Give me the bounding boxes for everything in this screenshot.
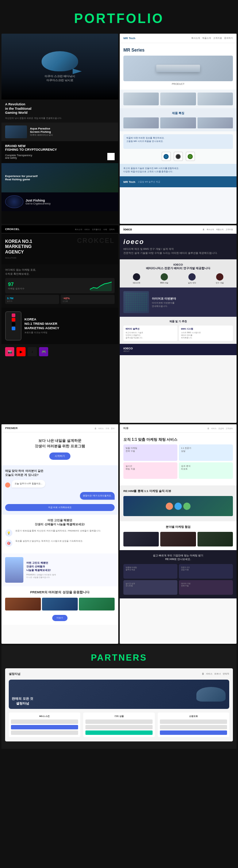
- ioeco-nav-item[interactable]: 고객지원: [226, 228, 233, 230]
- facebook-app-icon: [12, 327, 15, 330]
- partner-items-1: [11, 719, 78, 735]
- mr-bottom: 제품에 대한 자세한 정보를 확인하세요.고품질 MR 시리즈 제품을 만나보세…: [120, 131, 237, 164]
- ioeco-footer-logo: IOECO: [123, 347, 133, 350]
- avatar-1: [166, 503, 173, 510]
- ioeco-info-col-2: BMS 시스템 스마트 BMS 시스템으로배터리 관리를최적화합니다.: [179, 326, 233, 341]
- premer-features-title: 어떤 고민을 해봤던갓생리 선배들이 나눔을 해결해보세요!: [5, 518, 115, 526]
- mr-nav-item[interactable]: 제품소개: [202, 37, 211, 40]
- premer-chat-bubble-1: 오늘 업무가 너무 힘들어요...: [12, 480, 45, 488]
- tiktok-app-icon: [12, 322, 15, 326]
- mr-section-images: [123, 117, 233, 128]
- portfolio-header: PORTFOLIO: [0, 0, 238, 34]
- tiktok-icon: ♪: [28, 347, 37, 356]
- partner-cat-title-3: 쇼핑오토: [160, 715, 227, 718]
- premer-nav-item[interactable]: 서비스: [98, 427, 104, 429]
- market-brand-section: 분야별 마케팅 협업: [120, 521, 237, 550]
- crokcel-stat-box: 97 마케팅 성과 지수: [5, 278, 115, 293]
- mr-info-text: 최고의 품질과 기술로 만들어진 MR 시리즈를 경험하세요.다양한 제품 라인…: [123, 167, 233, 173]
- ioeco-header: ioeco 홈 회사소개 제품소개 고객지원: [120, 225, 237, 234]
- premer-person-title: 어떤 고민도 해봤던갓생리 선배들과나눔을 해결해보세요!: [26, 561, 115, 572]
- market-card-2: 1:1 전문가상담: [179, 444, 233, 461]
- market-nav-item[interactable]: 요금제: [218, 427, 224, 429]
- crypto-image: [5, 195, 23, 208]
- speed-card-3: 실시간 성과모니터링: [123, 580, 177, 595]
- crokcel-nav-item[interactable]: 회사소개: [75, 228, 82, 230]
- partners-nav-item[interactable]: 파트너: [214, 672, 221, 676]
- crokcel-social: 📷 ▶ ♪ 🎮: [1, 344, 118, 359]
- partner-item: [85, 730, 153, 735]
- ioeco-info-cols: 배터리 솔루션 최고의 배터리 기술로안전하고 효율적인솔루션을 제공합니다. …: [123, 326, 233, 341]
- crokcel-nav-item[interactable]: 서비스: [84, 228, 90, 230]
- market-nav-item[interactable]: 고객센터: [226, 427, 233, 429]
- mr-footer: MR Tech 고품질 MR 솔루션 제공: [120, 176, 237, 187]
- partner-item: [85, 719, 153, 724]
- mr-nav-item[interactable]: 문의하기: [224, 37, 233, 40]
- premer-feature-text-2: 목표를 설정하고 달성하는 체계적인 시스템으로 성장을 가속화하세요.: [15, 540, 83, 543]
- ioeco-feature-label-1: 배터리팩: [133, 282, 140, 284]
- ioeco-info-section: 제품 및 기 추천 배터리 솔루션 최고의 배터리 기술로안전하고 효율적인솔루…: [120, 317, 237, 344]
- ioeco-feature-2: BMS 개발: [151, 273, 177, 284]
- small-stat-label-2: 성장률: [62, 300, 113, 302]
- market-nav-item[interactable]: 서비스: [211, 427, 216, 429]
- small-stat-2: ↑42% 성장률: [61, 295, 115, 304]
- mr-nav: 회사소개 제품소개 고객지원 문의하기: [191, 37, 233, 40]
- ioeco-sub-section: IOECO배터리나믹스 전문가 배터리 연구개발 제공합니다 배터리팩 BMS …: [120, 259, 237, 288]
- premer-hero-title: 보다 나은 내일을 설계하문갓생이 여러분을 위한 프로그램: [5, 438, 115, 449]
- premer-features-section: 어떤 고민을 해봤던갓생리 선배들이 나눔을 해결해보세요! 💡 전문가 멘토링…: [1, 515, 118, 553]
- ioeco-feature-icon-3: [188, 273, 196, 281]
- ioeco-circuit-title: 아이어코 이번분야: [152, 297, 176, 301]
- ioeco-nav-item[interactable]: 홈: [203, 228, 204, 230]
- ioeco-nav-item[interactable]: 제품소개: [216, 228, 223, 230]
- mr-variant-2: [160, 93, 196, 105]
- premer-logo: PREMER: [5, 427, 18, 430]
- market-hero-title: 오직 1:1 맞춤 마케팅 채팅 서비스: [123, 437, 233, 442]
- brand-img-1: [123, 532, 159, 546]
- premer-nav-item[interactable]: 문의: [111, 427, 115, 429]
- crokcel-chart: [90, 280, 112, 291]
- premer-chat-cta[interactable]: 지금 바로 시작해보세요: [5, 504, 115, 511]
- mr-bottom-content: 제품에 대한 자세한 정보를 확인하세요.고품질 MR 시리즈 제품을 만나보세…: [123, 134, 233, 149]
- youtube-app-icon: [12, 318, 15, 322]
- ioeco-feature-icon-1: [133, 273, 140, 281]
- crokcel-trend-section: KOREANO.1 TREND MAKERMARKETING AGENCY 트렌…: [1, 308, 118, 344]
- experience-text: Experience for yourselfReal fishing game: [5, 174, 38, 181]
- gear-icon: [164, 154, 169, 159]
- ioeco-circuit-content: 아이어코 이번분야 아이어코에 이번분야를안내해드립니다.: [152, 297, 176, 308]
- partners-nav-item[interactable]: 연락처: [223, 672, 229, 676]
- premer-more-button[interactable]: 더보기: [52, 615, 68, 621]
- premer-person-content: 어떤 고민도 해봤던갓생리 선배들과나눔을 해결해보세요! PREMER의 선배…: [26, 561, 115, 579]
- ioeco-feature-label-4: 연구 개발: [216, 282, 223, 284]
- premer-chat-row-2: 괜찮아요! 제가 도와드릴게요.: [5, 492, 115, 502]
- mr-section-img-1: [123, 117, 159, 128]
- crokcel-nav-item[interactable]: 사례: [103, 228, 107, 230]
- premer-nav-item[interactable]: 가격: [105, 427, 109, 429]
- market-cards: 맞춤 마케팅전략 수립 1:1 전문가상담 실시간채팅 지원 성과 분석리포트: [123, 444, 233, 479]
- market-re-title: RE:HIM를 통해 1:1 마케팅 솔직 리뷰: [123, 489, 233, 493]
- crokcel-nav-item[interactable]: 연락처: [109, 228, 115, 230]
- crokcel-stat-label: 마케팅 성과 지수: [8, 287, 24, 290]
- portfolio-title: PORTFOLIO: [0, 11, 238, 26]
- aqua-paradise-subtext: 아쿠아 파라다이스 낚시: [30, 134, 53, 137]
- brand-img-3: [197, 532, 233, 546]
- mr-nav-item[interactable]: 고객지원: [213, 37, 222, 40]
- partners-nav-item[interactable]: 서비스: [206, 672, 212, 676]
- ioeco-nav-item[interactable]: 회사소개: [207, 228, 214, 230]
- ioeco-feature-icon-4: [216, 273, 223, 281]
- crokcel-nav-item[interactable]: 포트폴리오: [92, 228, 101, 230]
- market-re-section: RE:HIM를 통해 1:1 마케팅 솔직 리뷰: [120, 485, 237, 521]
- crokcel-trend-text: KOREANO.1 TREND MAKERMARKETING AGENCY 트렌…: [24, 317, 115, 334]
- crokcel-phone: [5, 311, 22, 341]
- market-nav-item[interactable]: 홈: [207, 427, 209, 429]
- ioeco-footer-content: IOECO ABOUT: [123, 347, 133, 352]
- crokcel-header: CROKCEL 회사소개 서비스 포트폴리오 사례 연락처: [1, 225, 118, 233]
- instagram-app-icon: [12, 313, 15, 317]
- premer-start-button[interactable]: 시작하기: [49, 452, 70, 460]
- premer-person-desc: PREMER의 선배들이 여러분과 함께더 나은 내일을 만들어갑니다.: [26, 574, 115, 579]
- market-brand-title: 분야별 마케팅 협업: [123, 525, 233, 529]
- premer-feature-icon-2: 🎯: [5, 540, 12, 547]
- premer-feature-icon-1: 💡: [5, 529, 12, 537]
- premer-nav-item[interactable]: 홈: [95, 427, 96, 429]
- partners-nav-item[interactable]: 홈: [202, 672, 204, 676]
- partner-cat-title-1: MD스 스킨: [11, 715, 78, 718]
- mr-nav-item[interactable]: 회사소개: [191, 37, 200, 40]
